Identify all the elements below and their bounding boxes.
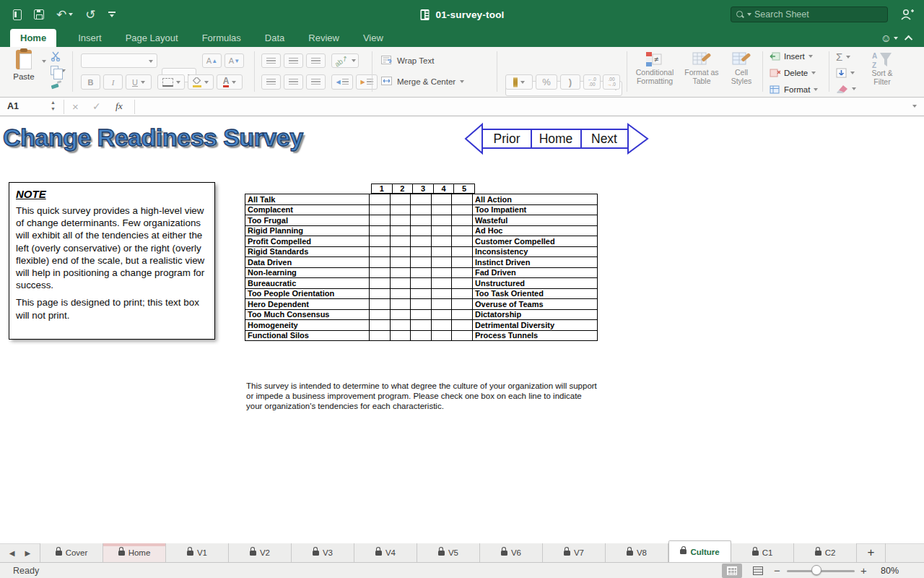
survey-check-cell[interactable]	[411, 257, 432, 268]
ribbon-tab-insert[interactable]: Insert	[76, 29, 104, 47]
survey-check-cell[interactable]	[370, 320, 391, 331]
italic-button[interactable]: I	[103, 74, 123, 90]
add-sheet-button[interactable]: +	[857, 543, 886, 562]
comma-style-button[interactable]: )	[560, 74, 580, 90]
survey-check-cell[interactable]	[452, 278, 473, 289]
delete-cells-button[interactable]: Delete	[770, 69, 816, 77]
bold-button[interactable]: B	[81, 74, 100, 90]
survey-check-cell[interactable]	[452, 236, 473, 247]
survey-check-cell[interactable]	[390, 288, 411, 299]
copy-icon[interactable]	[51, 66, 58, 75]
insert-function-icon[interactable]: fx	[116, 100, 123, 112]
conditional-formatting-button[interactable]: ≠ Conditional Formatting	[632, 51, 677, 85]
search-input[interactable]	[754, 9, 882, 20]
survey-check-cell[interactable]	[411, 278, 432, 289]
cell-styles-button[interactable]: Cell Styles	[725, 51, 758, 85]
survey-check-cell[interactable]	[431, 320, 452, 331]
ribbon-tab-formulas[interactable]: Formulas	[200, 29, 243, 47]
zoom-percentage[interactable]: 80%	[881, 566, 899, 576]
survey-check-cell[interactable]	[390, 320, 411, 331]
nav-next-button[interactable]: Next	[582, 129, 627, 148]
zoom-slider-thumb[interactable]	[811, 565, 821, 575]
align-middle-button[interactable]	[284, 53, 303, 68]
new-workbook-icon[interactable]	[13, 9, 22, 20]
font-name-select[interactable]	[81, 53, 157, 68]
ribbon-tab-review[interactable]: Review	[306, 29, 341, 47]
sheet-tab-v7[interactable]: V7	[543, 543, 606, 562]
accounting-format-button[interactable]	[505, 74, 533, 90]
survey-check-cell[interactable]	[452, 330, 473, 341]
survey-check-cell[interactable]	[390, 299, 411, 310]
survey-check-cell[interactable]	[431, 215, 452, 226]
normal-view-button[interactable]	[722, 564, 742, 578]
grow-font-button[interactable]: A▲	[202, 53, 222, 68]
sheet-tab-v3[interactable]: V3	[292, 543, 354, 562]
format-cells-button[interactable]: Format	[770, 85, 818, 94]
survey-check-cell[interactable]	[431, 309, 452, 320]
save-icon[interactable]	[34, 9, 44, 20]
sheet-tab-cover[interactable]: Cover	[40, 543, 103, 562]
survey-check-cell[interactable]	[390, 194, 411, 205]
survey-check-cell[interactable]	[452, 215, 473, 226]
merge-center-button[interactable]: Merge & Center	[381, 77, 464, 86]
survey-check-cell[interactable]	[411, 204, 432, 215]
sheet-tab-v1[interactable]: V1	[166, 543, 229, 562]
zoom-out-button[interactable]: −	[774, 564, 780, 577]
collapse-ribbon-icon[interactable]	[905, 35, 912, 43]
survey-check-cell[interactable]	[411, 236, 432, 247]
survey-check-cell[interactable]	[411, 309, 432, 320]
search-box[interactable]	[731, 7, 888, 22]
survey-check-cell[interactable]	[370, 194, 391, 205]
survey-check-cell[interactable]	[370, 225, 391, 236]
sheet-tab-culture[interactable]: Culture	[668, 540, 731, 562]
ribbon-tab-home[interactable]: Home	[10, 29, 56, 47]
survey-check-cell[interactable]	[431, 225, 452, 236]
redo-icon[interactable]: ↺	[85, 9, 95, 21]
name-box-spinner[interactable]: ▲▼	[51, 100, 56, 111]
prev-sheet-arrow-icon[interactable]: ◀	[9, 549, 15, 557]
survey-check-cell[interactable]	[411, 267, 432, 278]
survey-check-cell[interactable]	[431, 278, 452, 289]
survey-check-cell[interactable]	[390, 309, 411, 320]
format-painter-icon[interactable]	[51, 79, 62, 90]
survey-check-cell[interactable]	[390, 278, 411, 289]
fill-color-button[interactable]	[188, 74, 214, 90]
survey-check-cell[interactable]	[370, 288, 391, 299]
survey-check-cell[interactable]	[452, 194, 473, 205]
survey-check-cell[interactable]	[390, 246, 411, 257]
align-bottom-button[interactable]	[306, 53, 326, 68]
survey-check-cell[interactable]	[370, 330, 391, 341]
autosum-button[interactable]: Σ	[836, 51, 850, 63]
sheet-tab-v2[interactable]: V2	[229, 543, 292, 562]
survey-check-cell[interactable]	[452, 204, 473, 215]
search-scope-caret-icon[interactable]	[747, 13, 751, 16]
sheet-tab-v6[interactable]: V6	[480, 543, 543, 562]
ribbon-tab-page-layout[interactable]: Page Layout	[123, 29, 180, 47]
align-left-button[interactable]	[261, 74, 281, 90]
orientation-button[interactable]: ab↗	[331, 53, 359, 68]
decrease-indent-button[interactable]: ◀	[331, 74, 353, 90]
survey-check-cell[interactable]	[431, 246, 452, 257]
insert-cells-button[interactable]: Insert	[770, 52, 813, 61]
align-top-button[interactable]	[261, 53, 281, 68]
next-sheet-arrow-icon[interactable]: ▶	[25, 549, 31, 557]
zoom-in-button[interactable]: +	[860, 564, 867, 577]
survey-check-cell[interactable]	[390, 225, 411, 236]
nav-prior-button[interactable]: Prior	[484, 129, 530, 148]
survey-check-cell[interactable]	[452, 320, 473, 331]
clear-button[interactable]	[836, 85, 856, 93]
name-box[interactable]: A1	[7, 101, 19, 111]
sheet-tab-home[interactable]: Home	[103, 543, 166, 562]
survey-check-cell[interactable]	[431, 194, 452, 205]
underline-button[interactable]: U	[126, 74, 152, 90]
cut-icon[interactable]	[51, 51, 62, 61]
survey-check-cell[interactable]	[452, 267, 473, 278]
sheet-tab-v8[interactable]: V8	[606, 543, 668, 562]
survey-check-cell[interactable]	[431, 267, 452, 278]
font-color-button[interactable]: A	[217, 74, 243, 90]
survey-check-cell[interactable]	[390, 330, 411, 341]
percent-style-button[interactable]: %	[536, 74, 557, 90]
feedback-smiley-icon[interactable]: ☺	[881, 32, 898, 44]
survey-check-cell[interactable]	[452, 257, 473, 268]
survey-check-cell[interactable]	[452, 309, 473, 320]
